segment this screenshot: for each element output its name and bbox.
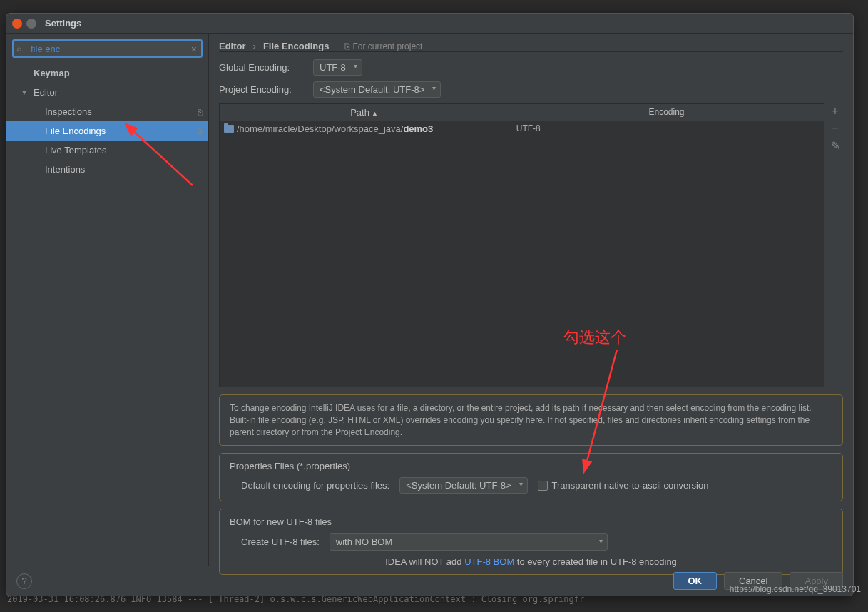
breadcrumb-separator: › [253, 41, 256, 51]
sidebar-item-inspections[interactable]: Inspections⎘ [6, 102, 208, 121]
bom-title: BOM for new UTF-8 files [230, 516, 832, 527]
settings-dialog: Settings ⌕ × Keymap ▼Editor Inspections⎘… [6, 13, 854, 596]
default-props-encoding-label: Default encoding for properties files: [241, 480, 389, 491]
project-encoding-dropdown[interactable]: <System Default: UTF-8> [313, 81, 441, 98]
breadcrumb: Editor › File Encodings For current proj… [219, 41, 843, 52]
add-row-button[interactable]: + [827, 105, 843, 118]
window-minimize-button[interactable] [26, 19, 36, 29]
encoding-table: Path▲ Encoding /home/miracle/Desktop/wor… [219, 103, 824, 387]
window-close-button[interactable] [12, 19, 22, 29]
sidebar-item-intentions[interactable]: Intentions [6, 160, 208, 179]
breadcrumb-current: File Encodings [263, 41, 329, 51]
project-scope-icon: ⎘ [198, 127, 203, 136]
help-button[interactable]: ? [16, 573, 32, 589]
sort-asc-icon: ▲ [372, 110, 378, 117]
encoding-cell[interactable]: UTF-8 [502, 123, 820, 134]
sidebar-item-file-encodings[interactable]: File Encodings⎘ [6, 121, 208, 141]
watermark-text: https://blog.csdn.net/qq_39013701 [730, 584, 861, 594]
create-utf8-dropdown[interactable]: with NO BOM [330, 533, 608, 551]
project-encoding-label: Project Encoding: [219, 84, 305, 95]
project-scope-icon: ⎘ [198, 108, 203, 116]
properties-panel: Properties Files (*.properties) Default … [219, 453, 843, 501]
folder-icon [224, 125, 234, 133]
edit-row-button[interactable]: ✎ [827, 139, 843, 153]
dialog-footer: ? OK Cancel Apply [6, 566, 853, 596]
transparent-ascii-label: Transparent native-to-ascii conversion [552, 480, 709, 491]
settings-tree: Keymap ▼Editor Inspections⎘ File Encodin… [6, 63, 208, 566]
scope-badge: For current project [344, 41, 422, 51]
search-icon: ⌕ [16, 44, 21, 53]
sidebar-item-live-templates[interactable]: Live Templates [6, 141, 208, 160]
ok-button[interactable]: OK [673, 572, 718, 590]
clear-search-icon[interactable]: × [191, 44, 197, 55]
breadcrumb-root[interactable]: Editor [219, 41, 246, 51]
search-input[interactable] [12, 39, 203, 58]
window-title: Settings [45, 18, 81, 29]
properties-title: Properties Files (*.properties) [230, 461, 832, 471]
column-header-encoding[interactable]: Encoding [509, 104, 824, 121]
path-cell: /home/miracle/Desktop/workspace_java/dem… [237, 123, 433, 134]
titlebar: Settings [6, 14, 853, 34]
column-header-path[interactable]: Path▲ [220, 104, 509, 121]
sidebar-item-keymap[interactable]: Keymap [6, 63, 208, 83]
annotation-text: 勾选这个 [563, 327, 626, 348]
hint-text: To change encoding IntelliJ IDEA uses fo… [230, 402, 832, 438]
global-encoding-label: Global Encoding: [219, 62, 305, 73]
hint-panel: To change encoding IntelliJ IDEA uses fo… [219, 394, 843, 446]
caret-down-icon: ▼ [21, 88, 28, 96]
remove-row-button[interactable]: − [827, 122, 843, 135]
table-row[interactable]: /home/miracle/Desktop/workspace_java/dem… [220, 121, 824, 136]
settings-content: Editor › File Encodings For current proj… [209, 34, 853, 566]
default-props-encoding-dropdown[interactable]: <System Default: UTF-8> [399, 477, 527, 494]
sidebar-item-editor[interactable]: ▼Editor [6, 83, 208, 102]
create-utf8-label: Create UTF-8 files: [241, 536, 320, 547]
transparent-ascii-checkbox[interactable] [538, 481, 548, 491]
global-encoding-dropdown[interactable]: UTF-8 [313, 59, 362, 76]
settings-sidebar: ⌕ × Keymap ▼Editor Inspections⎘ File Enc… [6, 34, 209, 566]
